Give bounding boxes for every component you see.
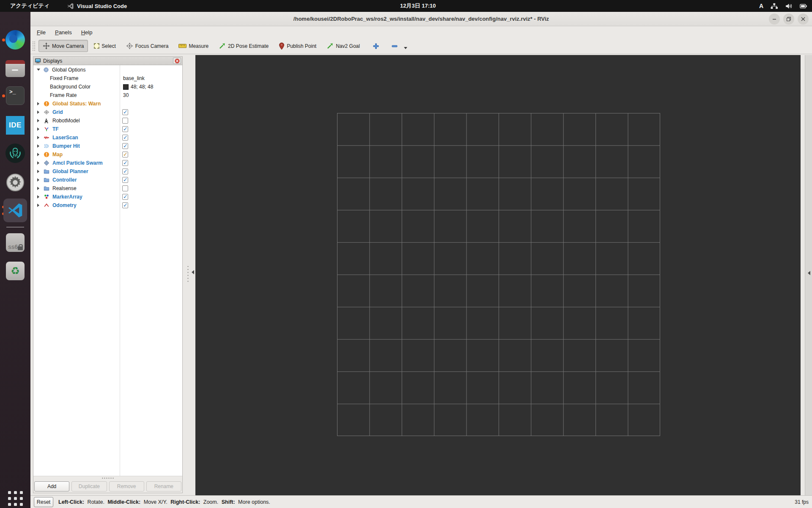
tree-row-global-options[interactable]: Global Options — [33, 66, 182, 74]
dock-item-ssh[interactable]: ss6 — [5, 232, 25, 253]
expand-arrow-icon[interactable] — [37, 195, 41, 199]
ros-jazzy-squid-icon — [5, 144, 25, 163]
add-tool-button[interactable] — [369, 40, 383, 52]
display-row-global-planner[interactable]: Global Planner — [33, 167, 182, 176]
activities-button[interactable]: アクティビティ — [10, 0, 49, 12]
expand-arrow-icon[interactable] — [37, 127, 41, 131]
battery-icon[interactable] — [800, 4, 807, 8]
expand-arrow-icon[interactable] — [37, 119, 41, 122]
display-row-tf[interactable]: TF — [33, 125, 182, 133]
select-tool[interactable]: Select — [90, 41, 120, 52]
display-checkbox[interactable] — [122, 177, 128, 183]
focus-camera-icon — [126, 42, 133, 50]
toolbar-overflow-icon[interactable] — [404, 47, 407, 51]
display-checkbox[interactable] — [122, 135, 128, 141]
measure-tool[interactable]: Measure — [174, 41, 213, 52]
duplicate-button[interactable]: Duplicate — [71, 481, 107, 491]
displays-panel-header[interactable]: Displays — [33, 57, 182, 65]
dock-item-terminal[interactable]: >_ — [5, 86, 25, 106]
expand-arrow-icon[interactable] — [37, 187, 41, 190]
menu-help[interactable]: Help — [77, 28, 97, 37]
display-checkbox[interactable] — [122, 185, 128, 191]
expand-arrow-icon[interactable] — [37, 136, 41, 139]
pose-estimate-tool[interactable]: 2D Pose Estimate — [214, 40, 273, 52]
dock-item-vscode-active[interactable] — [3, 199, 27, 222]
expand-arrow-icon[interactable] — [37, 178, 41, 182]
collapse-arrow-icon[interactable] — [37, 69, 40, 72]
panel-splitter-handle[interactable] — [33, 476, 182, 480]
display-row-grid[interactable]: Grid — [33, 108, 182, 116]
expand-arrow-icon[interactable] — [37, 144, 41, 148]
plus-icon — [373, 43, 379, 50]
menu-file[interactable]: File — [32, 28, 50, 37]
ime-indicator[interactable]: A — [759, 3, 763, 9]
volume-icon[interactable] — [785, 3, 793, 9]
property-value[interactable]: 48; 48; 48 — [123, 84, 153, 90]
toolbar-drag-handle[interactable] — [32, 41, 35, 51]
add-button[interactable]: Add — [34, 481, 69, 491]
display-row-controller[interactable]: Controller — [33, 176, 182, 184]
tree-row-background-color[interactable]: Background Color 48; 48; 48 — [33, 83, 182, 91]
dock-item-ide[interactable]: IDE — [5, 115, 25, 135]
display-row-realsense[interactable]: Realsense — [33, 184, 182, 193]
show-applications-button[interactable] — [8, 491, 23, 506]
running-indicator — [2, 94, 5, 97]
display-row-laserscan[interactable]: LaserScan — [33, 133, 182, 142]
focus-camera-tool[interactable]: Focus Camera — [122, 40, 173, 52]
expand-arrow-icon[interactable] — [37, 170, 41, 173]
expand-arrow-icon[interactable] — [37, 153, 41, 156]
robot-icon — [43, 118, 49, 124]
window-titlebar[interactable]: /home/kousei/2DRoboPrac_ws/ros2_ws/insta… — [30, 12, 812, 26]
3d-viewport[interactable] — [195, 55, 801, 495]
display-row-robotmodel[interactable]: RobotModel — [33, 116, 182, 125]
display-checkbox[interactable] — [122, 109, 128, 115]
display-checkbox[interactable] — [122, 168, 128, 174]
dock-item-settings[interactable] — [5, 172, 25, 193]
display-row-map[interactable]: Map — [33, 150, 182, 159]
collapse-left-icon[interactable] — [189, 270, 194, 274]
expand-arrow-icon[interactable] — [37, 102, 41, 105]
dock-item-trash[interactable]: ♻ — [5, 261, 25, 281]
dock-item-edge[interactable] — [5, 30, 25, 50]
property-value[interactable]: 30 — [123, 92, 129, 98]
property-name: Fixed Frame — [50, 75, 78, 81]
expand-arrow-icon[interactable] — [37, 204, 41, 207]
display-checkbox[interactable] — [122, 202, 128, 208]
display-checkbox[interactable] — [122, 118, 128, 124]
clock[interactable]: 12月3日 17:10 — [400, 0, 436, 12]
move-camera-tool[interactable]: Move Camera — [38, 40, 88, 52]
nav2-goal-tool[interactable]: Nav2 Goal — [322, 40, 364, 52]
panel-splitter[interactable] — [185, 54, 195, 495]
minimize-button[interactable] — [769, 14, 780, 25]
property-value[interactable]: base_link — [123, 75, 145, 81]
display-row-bumper-hit[interactable]: Bumper Hit — [33, 142, 182, 150]
expand-arrow-icon[interactable] — [37, 110, 41, 114]
tree-row-fixed-frame[interactable]: Fixed Frame base_link — [33, 74, 182, 83]
publish-point-tool[interactable]: Publish Point — [274, 40, 321, 52]
tree-row-frame-rate[interactable]: Frame Rate 30 — [33, 91, 182, 99]
display-row-markerarray[interactable]: MarkerArray — [33, 193, 182, 201]
display-row-odometry[interactable]: Odometry — [33, 201, 182, 210]
network-icon[interactable] — [770, 3, 778, 9]
dock-item-ros-jazzy[interactable] — [5, 143, 25, 163]
reset-button[interactable]: Reset — [34, 497, 53, 507]
display-checkbox[interactable] — [122, 126, 128, 132]
right-panel-splitter[interactable] — [805, 55, 812, 495]
display-checkbox[interactable] — [122, 194, 128, 200]
display-checkbox[interactable] — [122, 152, 128, 157]
remove-button[interactable]: Remove — [109, 481, 144, 491]
restore-button[interactable] — [783, 14, 794, 25]
display-checkbox[interactable] — [122, 143, 128, 149]
display-checkbox[interactable] — [122, 160, 128, 166]
menu-panels[interactable]: Panels — [50, 28, 77, 37]
panel-close-button[interactable] — [173, 58, 181, 64]
collapse-right-icon[interactable] — [806, 271, 810, 275]
tree-row-global-status[interactable]: Global Status: Warn — [33, 99, 182, 108]
remove-tool-button[interactable] — [388, 40, 401, 52]
expand-arrow-icon[interactable] — [37, 161, 41, 165]
focused-app-indicator[interactable]: Visual Studio Code — [67, 0, 127, 12]
display-row-amcl-particle-swarm[interactable]: Amcl Particle Swarm — [33, 159, 182, 167]
close-button[interactable] — [798, 14, 809, 25]
rename-button[interactable]: Rename — [146, 481, 181, 491]
dock-item-files[interactable] — [5, 58, 25, 79]
